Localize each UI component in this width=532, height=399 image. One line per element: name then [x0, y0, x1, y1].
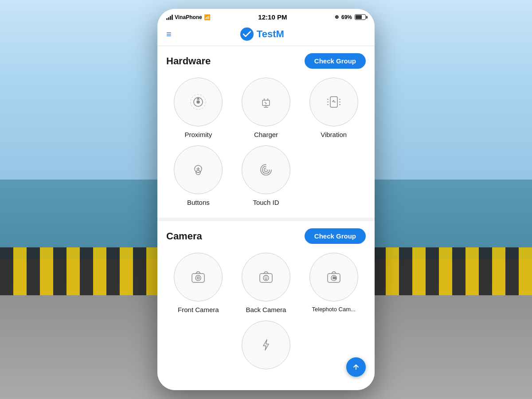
svg-text:2x: 2x	[333, 276, 336, 279]
signal-bar-4	[172, 15, 173, 20]
camera-section-title: Camera	[166, 231, 202, 242]
signal-bar-2	[168, 17, 169, 20]
camera-check-group-button[interactable]: Check Group	[305, 228, 366, 244]
touch-id-wrapper: Touch ID	[234, 145, 298, 206]
status-time: 12:10 PM	[258, 13, 287, 21]
flash-item[interactable]	[234, 321, 298, 369]
svg-point-3	[197, 101, 200, 103]
svg-point-26	[196, 275, 201, 281]
status-left: VinaPhone 📶	[166, 14, 211, 20]
back-camera-icon	[254, 266, 278, 289]
hardware-section-title: Hardware	[166, 55, 211, 67]
telephoto-icon-circle: 2x	[309, 253, 358, 301]
app-title: TestM	[257, 28, 284, 40]
battery-percent: 69%	[341, 14, 352, 20]
buttons-item[interactable]: Buttons	[174, 145, 223, 206]
nav-bar: ≡ TestM	[157, 23, 375, 46]
charger-icon-circle	[242, 78, 290, 126]
back-camera-icon-circle	[242, 253, 290, 301]
svg-rect-25	[192, 274, 204, 282]
hardware-section-header: Hardware Check Group	[166, 53, 366, 69]
flash-icon-circle	[242, 321, 290, 369]
svg-point-0	[240, 27, 254, 41]
back-camera-item[interactable]: Back Camera	[234, 253, 298, 313]
proximity-label: Proximity	[184, 131, 212, 138]
vibration-icon	[322, 90, 345, 113]
back-camera-label: Back Camera	[246, 306, 286, 313]
buttons-label: Buttons	[187, 199, 210, 206]
hardware-items-grid: Proximity Charger	[166, 78, 366, 211]
front-camera-label: Front Camera	[178, 306, 219, 313]
svg-point-27	[197, 277, 200, 279]
signal-bar-1	[166, 18, 168, 20]
camera-section-header: Camera Check Group	[166, 228, 366, 244]
phone-frame: VinaPhone 📶 12:10 PM ⊕ 69% ≡ TestM H	[157, 9, 375, 390]
touch-id-item[interactable]: Touch ID	[242, 145, 290, 206]
hardware-section: Hardware Check Group Proximity	[157, 46, 375, 218]
svg-point-30	[265, 277, 267, 279]
telephoto-label: Telephoto Cam...	[312, 306, 356, 313]
buttons-icon	[187, 158, 210, 181]
front-camera-icon-circle	[174, 253, 223, 301]
app-logo: TestM	[240, 27, 284, 41]
hamburger-icon[interactable]: ≡	[166, 29, 172, 39]
touch-id-label: Touch ID	[253, 199, 279, 206]
status-right: ⊕ 69%	[335, 14, 366, 20]
touch-id-icon	[254, 158, 278, 181]
scroll-content[interactable]: Hardware Check Group Proximity	[157, 46, 375, 390]
flash-icon	[254, 333, 278, 356]
fab-button[interactable]	[346, 357, 366, 377]
signal-bars	[166, 15, 173, 20]
charger-icon	[254, 90, 278, 113]
front-camera-icon	[187, 266, 210, 289]
proximity-icon-circle	[174, 78, 223, 126]
vibration-icon-circle	[309, 78, 358, 126]
location-icon: ⊕	[335, 14, 339, 20]
touch-id-icon-circle	[242, 145, 290, 194]
charger-item[interactable]: Charger	[234, 78, 298, 138]
camera-section: Camera Check Group Front Camera	[157, 221, 375, 376]
signal-bar-3	[170, 16, 171, 20]
camera-items-grid: Front Camera Back Camera	[166, 253, 366, 369]
telephoto-item[interactable]: 2x Telephoto Cam...	[301, 253, 366, 313]
section-divider	[157, 218, 375, 221]
buttons-icon-circle	[174, 145, 223, 194]
vibration-label: Vibration	[321, 131, 347, 138]
hardware-check-group-button[interactable]: Check Group	[305, 53, 366, 69]
vibration-item[interactable]: Vibration	[301, 78, 366, 138]
battery-fill	[356, 15, 362, 19]
buttons-wrapper: Buttons	[166, 145, 231, 206]
front-camera-item[interactable]: Front Camera	[166, 253, 231, 313]
carrier-label: VinaPhone	[175, 14, 202, 20]
wifi-icon: 📶	[204, 14, 211, 20]
charger-label: Charger	[254, 131, 278, 138]
svg-rect-28	[260, 274, 272, 282]
status-bar: VinaPhone 📶 12:10 PM ⊕ 69%	[157, 9, 375, 23]
fab-up-icon	[351, 362, 361, 372]
proximity-item[interactable]: Proximity	[166, 78, 231, 138]
telephoto-icon: 2x	[322, 266, 345, 289]
app-logo-icon	[240, 27, 254, 41]
battery-icon	[355, 14, 366, 20]
proximity-icon	[187, 90, 210, 113]
